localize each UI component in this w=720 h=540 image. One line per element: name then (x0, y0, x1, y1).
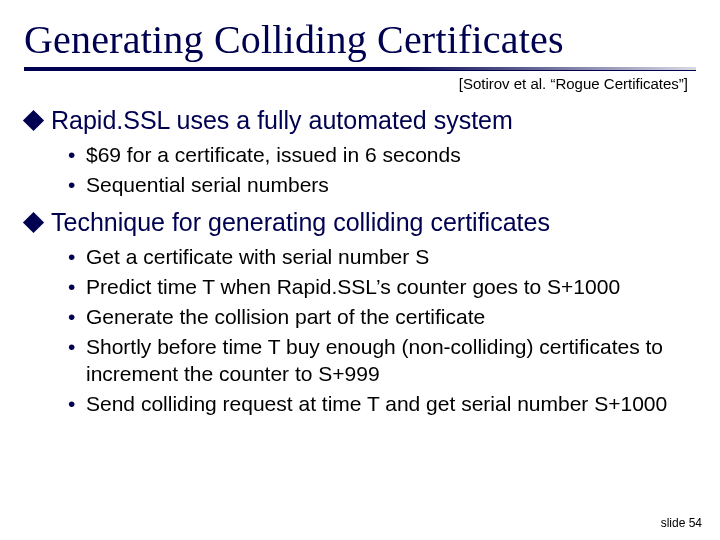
section-2-list: Get a certificate with serial number S P… (24, 243, 696, 417)
attribution: [Sotirov et al. “Rogue Certificates”] (24, 75, 688, 92)
section-1-list: $69 for a certificate, issued in 6 secon… (24, 141, 696, 198)
list-item: Sequential serial numbers (68, 171, 696, 199)
section-2: Technique for generating colliding certi… (24, 208, 696, 417)
slide-number: slide 54 (661, 516, 702, 530)
section-heading-row: Technique for generating colliding certi… (24, 208, 696, 237)
section-1: Rapid.SSL uses a fully automated system … (24, 106, 696, 198)
section-heading: Technique for generating colliding certi… (51, 208, 550, 237)
list-item: Generate the collision part of the certi… (68, 303, 696, 331)
diamond-bullet-icon (23, 110, 44, 131)
slide-title: Generating Colliding Certificates (24, 16, 696, 63)
section-heading: Rapid.SSL uses a fully automated system (51, 106, 513, 135)
slide: Generating Colliding Certificates [Sotir… (0, 0, 720, 540)
list-item: Shortly before time T buy enough (non-co… (68, 333, 696, 388)
list-item: Send colliding request at time T and get… (68, 390, 696, 418)
diamond-bullet-icon (23, 212, 44, 233)
list-item: $69 for a certificate, issued in 6 secon… (68, 141, 696, 169)
list-item: Predict time T when Rapid.SSL’s counter … (68, 273, 696, 301)
title-rule (24, 67, 696, 71)
section-heading-row: Rapid.SSL uses a fully automated system (24, 106, 696, 135)
list-item: Get a certificate with serial number S (68, 243, 696, 271)
